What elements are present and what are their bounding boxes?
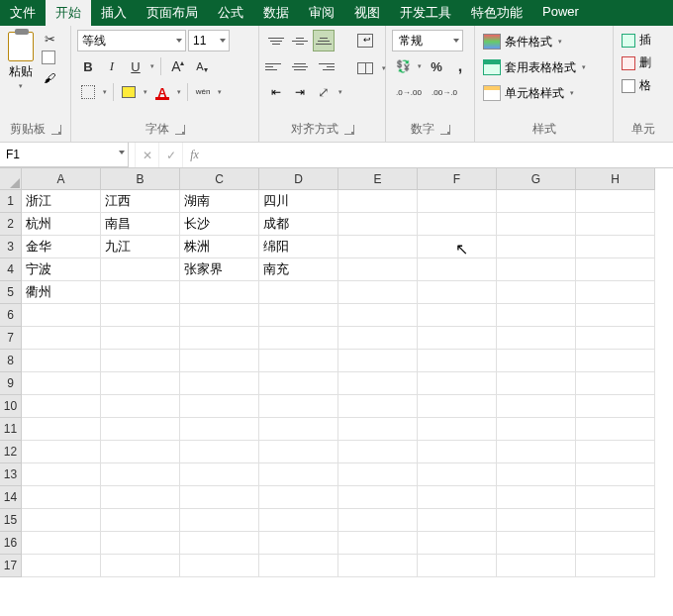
cell-E2[interactable] bbox=[338, 213, 418, 236]
row-header-3[interactable]: 3 bbox=[0, 236, 22, 258]
number-format-select[interactable]: 常规 bbox=[392, 30, 463, 51]
cell-H7[interactable] bbox=[576, 327, 655, 350]
cell-H11[interactable] bbox=[576, 418, 655, 441]
cell-G17[interactable] bbox=[497, 555, 576, 577]
comma-style-button[interactable] bbox=[449, 55, 471, 77]
orientation-button[interactable] bbox=[313, 81, 335, 103]
column-header-A[interactable]: A bbox=[22, 168, 101, 190]
row-header-8[interactable]: 8 bbox=[0, 350, 22, 372]
cell-D10[interactable] bbox=[259, 395, 338, 418]
cell-D5[interactable] bbox=[259, 281, 338, 304]
cell-A16[interactable] bbox=[22, 532, 101, 555]
font-launcher[interactable] bbox=[175, 125, 185, 135]
cell-D13[interactable] bbox=[259, 463, 338, 486]
cell-G14[interactable] bbox=[497, 486, 576, 509]
cell-A1[interactable]: 浙江 bbox=[22, 190, 101, 213]
column-header-E[interactable]: E bbox=[338, 168, 418, 190]
chevron-down-icon[interactable] bbox=[175, 88, 183, 96]
cell-A15[interactable] bbox=[22, 509, 101, 532]
cell-C7[interactable] bbox=[180, 327, 259, 350]
cell-F12[interactable] bbox=[418, 441, 497, 463]
cell-D12[interactable] bbox=[259, 441, 338, 463]
cell-G9[interactable] bbox=[497, 372, 576, 395]
cell-B10[interactable] bbox=[101, 395, 180, 418]
cell-B16[interactable] bbox=[101, 532, 180, 555]
phonetic-button[interactable] bbox=[192, 81, 214, 103]
cell-H6[interactable] bbox=[576, 304, 655, 327]
cell-E13[interactable] bbox=[338, 463, 418, 486]
cell-C12[interactable] bbox=[180, 441, 259, 463]
cell-D3[interactable]: 绵阳 bbox=[259, 236, 338, 258]
underline-button[interactable]: U bbox=[125, 55, 146, 77]
row-header-1[interactable]: 1 bbox=[0, 190, 22, 213]
row-header-12[interactable]: 12 bbox=[0, 441, 22, 463]
cell-A9[interactable] bbox=[22, 372, 101, 395]
cell-C15[interactable] bbox=[180, 509, 259, 532]
cell-C3[interactable]: 株洲 bbox=[180, 236, 259, 258]
chevron-down-icon[interactable] bbox=[101, 88, 109, 96]
fill-color-button[interactable] bbox=[118, 81, 140, 103]
cell-F15[interactable] bbox=[418, 509, 497, 532]
cell-B8[interactable] bbox=[101, 350, 180, 372]
cell-E15[interactable] bbox=[338, 509, 418, 532]
cell-C5[interactable] bbox=[180, 281, 259, 304]
tab-review[interactable]: 审阅 bbox=[299, 0, 344, 26]
cell-B13[interactable] bbox=[101, 463, 180, 486]
row-header-11[interactable]: 11 bbox=[0, 418, 22, 441]
formula-input[interactable] bbox=[206, 143, 673, 167]
cell-H14[interactable] bbox=[576, 486, 655, 509]
row-header-14[interactable]: 14 bbox=[0, 486, 22, 509]
wrap-text-button[interactable] bbox=[352, 30, 378, 51]
cell-D4[interactable]: 南充 bbox=[259, 258, 338, 281]
cell-C1[interactable]: 湖南 bbox=[180, 190, 259, 213]
grid[interactable]: ABCDEFGH 浙江江西湖南四川杭州南昌长沙成都金华九江株洲绵阳宁波张家界南充… bbox=[22, 168, 673, 616]
decrease-decimal-button[interactable] bbox=[428, 81, 461, 103]
cell-C10[interactable] bbox=[180, 395, 259, 418]
cell-B14[interactable] bbox=[101, 486, 180, 509]
row-header-15[interactable]: 15 bbox=[0, 509, 22, 532]
cell-F14[interactable] bbox=[418, 486, 497, 509]
cell-F11[interactable] bbox=[418, 418, 497, 441]
clipboard-launcher[interactable] bbox=[51, 125, 61, 135]
cell-A4[interactable]: 宁波 bbox=[22, 258, 101, 281]
delete-cells-button[interactable]: 删 bbox=[620, 52, 653, 73]
chevron-down-icon[interactable] bbox=[336, 88, 344, 96]
cell-E3[interactable] bbox=[338, 236, 418, 258]
align-middle-button[interactable] bbox=[289, 30, 311, 51]
cell-B4[interactable] bbox=[101, 258, 180, 281]
tab-insert[interactable]: 插入 bbox=[91, 0, 137, 26]
cell-E9[interactable] bbox=[338, 372, 418, 395]
align-launcher[interactable] bbox=[344, 125, 354, 135]
cell-C4[interactable]: 张家界 bbox=[180, 258, 259, 281]
column-header-C[interactable]: C bbox=[180, 168, 259, 190]
cell-E8[interactable] bbox=[338, 350, 418, 372]
row-header-10[interactable]: 10 bbox=[0, 395, 22, 418]
cell-C17[interactable] bbox=[180, 555, 259, 577]
cell-D2[interactable]: 成都 bbox=[259, 213, 338, 236]
cell-G2[interactable] bbox=[497, 213, 576, 236]
cell-G13[interactable] bbox=[497, 463, 576, 486]
row-header-16[interactable]: 16 bbox=[0, 532, 22, 555]
cell-C16[interactable] bbox=[180, 532, 259, 555]
row-header-7[interactable]: 7 bbox=[0, 327, 22, 350]
cell-G1[interactable] bbox=[497, 190, 576, 213]
cell-E17[interactable] bbox=[338, 555, 418, 577]
cell-D1[interactable]: 四川 bbox=[259, 190, 338, 213]
cell-A7[interactable] bbox=[22, 327, 101, 350]
cell-G3[interactable] bbox=[497, 236, 576, 258]
align-left-button[interactable] bbox=[265, 55, 287, 77]
column-header-H[interactable]: H bbox=[576, 168, 655, 190]
italic-button[interactable]: I bbox=[101, 55, 123, 77]
cell-styles-button[interactable]: 单元格样式 bbox=[481, 81, 578, 105]
cell-A11[interactable] bbox=[22, 418, 101, 441]
cell-A2[interactable]: 杭州 bbox=[22, 213, 101, 236]
cell-H17[interactable] bbox=[576, 555, 655, 577]
cell-D15[interactable] bbox=[259, 509, 338, 532]
cell-F2[interactable] bbox=[418, 213, 497, 236]
cut-button[interactable] bbox=[40, 30, 59, 48]
cell-D6[interactable] bbox=[259, 304, 338, 327]
cell-D7[interactable] bbox=[259, 327, 338, 350]
cell-B3[interactable]: 九江 bbox=[101, 236, 180, 258]
tab-file[interactable]: 文件 bbox=[0, 0, 46, 26]
cell-D16[interactable] bbox=[259, 532, 338, 555]
